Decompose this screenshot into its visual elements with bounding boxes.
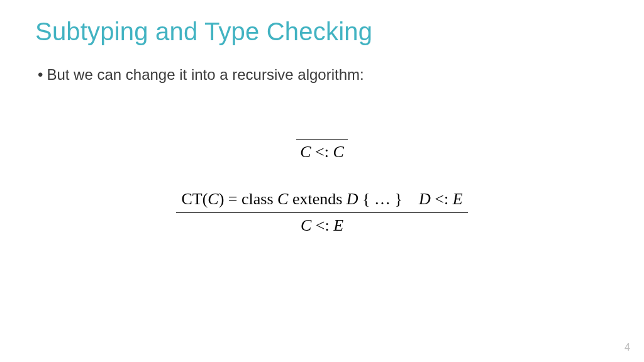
rule1-bar <box>296 139 348 140</box>
inference-rules: C <: C CT(C) = class C extends D { … } D… <box>35 120 609 236</box>
fn-CT: CT <box>181 190 202 208</box>
page-number: 4 <box>625 342 630 353</box>
rule1-premises <box>317 120 327 136</box>
var-C: C <box>277 190 288 208</box>
rule2-conclusion: C <: E <box>301 214 343 235</box>
var-E: E <box>333 216 343 234</box>
slide-title: Subtyping and Type Checking <box>35 18 609 46</box>
rparen: ) <box>219 190 225 208</box>
kw-extends: extends <box>288 190 346 208</box>
rule-step: CT(C) = class C extends D { … } D <: E C… <box>176 189 467 235</box>
bullet-item: • But we can change it into a recursive … <box>38 65 609 85</box>
var-D: D <box>419 190 431 208</box>
rule1-conclusion: C <: C <box>300 141 344 162</box>
rel-subtype: <: <box>431 190 453 208</box>
premise-ct-lookup: CT(C) = class C extends D { … } <box>181 189 402 209</box>
bullet-text: But we can change it into a recursive al… <box>47 65 364 85</box>
var-E: E <box>453 190 463 208</box>
var-C: C <box>208 190 218 208</box>
slide: Subtyping and Type Checking • But we can… <box>0 0 644 362</box>
rel-subtype: <: <box>311 216 333 234</box>
var-C: C <box>300 143 311 161</box>
lparen: ( <box>203 190 208 208</box>
rule-reflexivity: C <: C <box>296 120 348 162</box>
var-C: C <box>301 216 311 234</box>
class-body: { … } <box>358 190 402 208</box>
bullet-marker: • <box>38 65 43 85</box>
premise-d-sub-e: D <: E <box>419 189 463 209</box>
rel-subtype: <: <box>311 143 333 161</box>
rule2-bar <box>176 212 467 213</box>
kw-class: class <box>242 190 277 208</box>
var-D: D <box>347 190 358 208</box>
eq: = <box>224 190 242 208</box>
var-C: C <box>333 143 343 161</box>
rule2-premises: CT(C) = class C extends D { … } D <: E <box>176 189 467 210</box>
